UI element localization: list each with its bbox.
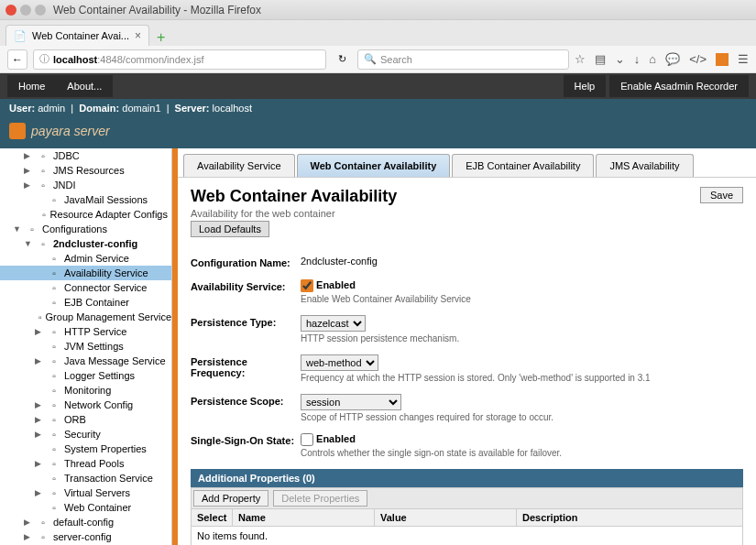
sidebar-item[interactable]: ▶▫Security (0, 427, 171, 441)
sidebar-item[interactable]: ▫Connector Service (0, 280, 171, 295)
sidebar-item[interactable]: ▫System Properties (0, 441, 171, 456)
save-button[interactable]: Save (700, 187, 743, 203)
page-title: Web Container Availability (191, 187, 743, 206)
library-icon[interactable]: ▤ (595, 52, 606, 66)
sidebar-item[interactable]: ▫JavaMail Sessions (0, 192, 171, 207)
sidebar-item[interactable]: ▶▫Virtual Servers (0, 485, 171, 500)
page-description: Availability for the web container (191, 208, 743, 219)
sso-label: Single-Sign-On State: (191, 433, 301, 458)
sidebar-item[interactable]: ▫Resource Adapter Configs (0, 207, 171, 222)
sso-help: Controls whether the single sign-on stat… (301, 448, 743, 458)
code-icon[interactable]: </> (689, 52, 707, 66)
ptype-help: HTTP session persistence mechanism. (301, 333, 743, 343)
availability-checkbox[interactable] (301, 279, 313, 292)
url-bar: ← ⓘ localhost:4848/common/index.jsf ↻ 🔍 … (0, 46, 756, 73)
props-table: Select Name Value Description No items f… (191, 509, 743, 545)
add-property-button[interactable]: Add Property (193, 490, 268, 507)
menu-icon[interactable]: ☰ (738, 52, 749, 66)
th-value[interactable]: Value (375, 509, 517, 526)
pscope-label: Persistence Scope: (191, 394, 301, 422)
pfreq-help: Frequency at which the HTTP session is s… (301, 373, 743, 383)
sidebar-item[interactable]: ▫EJB Container (0, 295, 171, 310)
availability-label: Availability Service: (191, 279, 301, 304)
chat-icon[interactable]: 💬 (665, 52, 680, 66)
star-icon[interactable]: ☆ (575, 52, 586, 66)
config-name-value: 2ndcluster-config (301, 256, 743, 268)
tab-label: Web Container Avai... (32, 30, 129, 41)
download-icon[interactable]: ↓ (634, 52, 641, 66)
sidebar-item[interactable]: ▶▫HTTP Service (0, 324, 171, 339)
sidebar-item[interactable]: ▫JVM Settings (0, 339, 171, 354)
sidebar-item[interactable]: ▼▫2ndcluster-config (0, 236, 171, 251)
sidebar-item[interactable]: ▫Monitoring (0, 383, 171, 398)
config-name-label: Configuration Name: (191, 256, 301, 268)
content-tabs: Availability ServiceWeb Container Availa… (178, 148, 756, 178)
load-defaults-button[interactable]: Load Defaults (191, 221, 269, 237)
sidebar-item[interactable]: ▶▫Thread Pools (0, 456, 171, 471)
back-button[interactable]: ← (7, 49, 27, 70)
sidebar-item[interactable]: ▶▫server-config (0, 529, 171, 544)
availability-help: Enable Web Container Availability Servic… (301, 294, 743, 304)
sidebar: ▶▫JDBC▶▫JMS Resources▶▫JNDI▫JavaMail Ses… (0, 148, 172, 545)
th-desc[interactable]: Description (517, 509, 742, 526)
sidebar-item[interactable]: ▶▫JMS Resources (0, 163, 171, 178)
app-toolbar: Home About... Help Enable Asadmin Record… (0, 73, 756, 99)
window-max-icon[interactable] (35, 5, 46, 16)
sidebar-item[interactable]: ▫Web Container (0, 500, 171, 515)
sidebar-item[interactable]: ▼▫Configurations (0, 222, 171, 236)
search-icon: 🔍 (364, 53, 377, 65)
pocket-icon[interactable]: ⌄ (615, 52, 625, 66)
content-tab[interactable]: EJB Container Availability (452, 154, 594, 177)
recorder-button[interactable]: Enable Asadmin Recorder (609, 75, 749, 97)
ptype-label: Persistence Type: (191, 315, 301, 343)
search-input[interactable]: 🔍 Search (357, 49, 569, 70)
brand-icon (9, 123, 26, 139)
content-tab[interactable]: JMS Availability (596, 154, 693, 177)
pscope-help: Scope of HTTP session changes required f… (301, 412, 743, 422)
props-header: Additional Properties (0) (191, 469, 743, 487)
sidebar-item[interactable]: ▶▫Java Message Service (0, 354, 171, 368)
browser-tabs: 📄 Web Container Avai... × + (0, 20, 756, 46)
sidebar-item[interactable]: ▫Transaction Service (0, 471, 171, 485)
delete-properties-button[interactable]: Delete Properties (273, 490, 367, 507)
pfreq-select[interactable]: web-method (301, 354, 378, 371)
extension-icon[interactable] (716, 53, 729, 66)
th-select[interactable]: Select (192, 509, 233, 526)
table-empty: No items found. (192, 527, 742, 545)
new-tab-button[interactable]: + (149, 29, 172, 46)
content-tab[interactable]: Web Container Availability (297, 154, 451, 177)
brand-text: payara server (31, 124, 110, 138)
sidebar-item[interactable]: ▫Availability Service (0, 266, 171, 280)
help-button[interactable]: Help (564, 75, 607, 97)
tab-favicon: 📄 (14, 30, 27, 42)
info-bar: User: admin | Domain: domain1 | Server: … (0, 99, 756, 117)
nav-home[interactable]: Home (7, 75, 56, 97)
pfreq-label: Persistence Frequency: (191, 354, 301, 383)
content-tab[interactable]: Availability Service (183, 154, 295, 177)
sidebar-item[interactable]: ▫Logger Settings (0, 368, 171, 383)
sidebar-item[interactable]: ▶▫JDBC (0, 148, 171, 163)
tab-close-icon[interactable]: × (135, 29, 141, 42)
info-icon: ⓘ (39, 52, 49, 66)
th-name[interactable]: Name (233, 509, 375, 526)
window-close-icon[interactable] (5, 5, 16, 16)
pscope-select[interactable]: session (301, 394, 401, 410)
reload-button[interactable]: ↻ (332, 49, 352, 70)
browser-tab[interactable]: 📄 Web Container Avai... × (5, 25, 149, 46)
window-title: Web Container Availability - Mozilla Fir… (53, 4, 261, 16)
window-min-icon[interactable] (20, 5, 31, 16)
sidebar-item[interactable]: ▫Group Management Service (0, 310, 171, 324)
url-input[interactable]: ⓘ localhost:4848/common/index.jsf (33, 49, 326, 70)
nav-about[interactable]: About... (56, 75, 113, 97)
home-icon[interactable]: ⌂ (649, 52, 656, 66)
window-titlebar: Web Container Availability - Mozilla Fir… (0, 0, 756, 20)
sidebar-item[interactable]: ▶▫default-config (0, 515, 171, 529)
sidebar-item[interactable]: ▶▫JNDI (0, 178, 171, 192)
sidebar-item[interactable]: ▫Admin Service (0, 251, 171, 266)
ptype-select[interactable]: hazelcast (301, 315, 366, 332)
sidebar-item[interactable]: ▶▫Network Config (0, 398, 171, 412)
brand-bar: payara server (0, 117, 756, 148)
sso-checkbox[interactable] (301, 433, 313, 446)
sidebar-item[interactable]: ▶▫ORB (0, 412, 171, 427)
